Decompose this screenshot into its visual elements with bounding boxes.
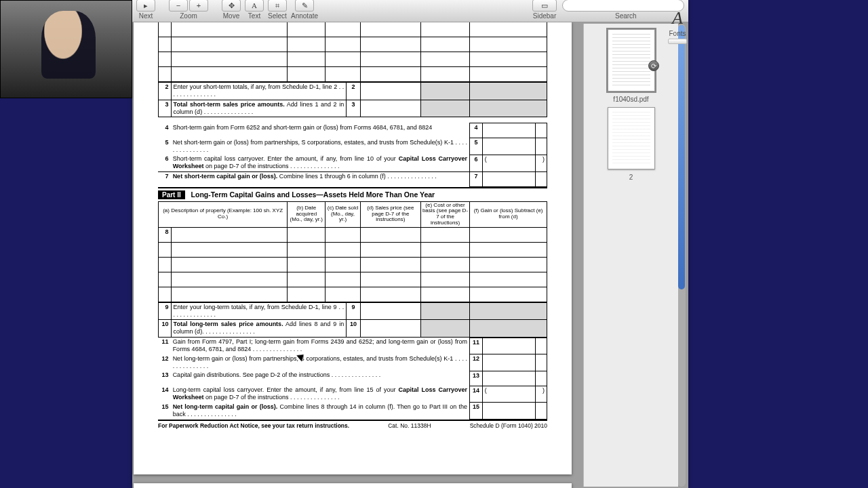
next-group: ▸ Next [136,0,155,20]
col-d: (d) Sales price (see page D-7 of the ins… [360,201,420,227]
annotate-label: Annotate [291,12,318,20]
line-6-text: Short-term capital loss carryover. Enter… [171,155,470,171]
webcam-overlay [0,0,132,98]
next-button[interactable]: ▸ [136,0,155,12]
page-footer: For Paperwork Reduction Act Notice, see … [158,420,547,429]
line-4-text: Short-term gain from Form 6252 and short… [171,123,470,138]
col-a: (a) Description of property (Example: 10… [159,201,288,227]
thumbnail-1-label: f1040sd.pdf [613,96,648,103]
col-c: (c) Date sold (Mo., day, yr.) [326,201,361,227]
line-15-text: Net long-term capital gain or (loss). Co… [171,403,470,420]
annotate-tool-button[interactable]: ✎ [295,0,314,12]
line-11-text: Gain from Form 4797, Part I; long-term g… [171,338,470,354]
scroll-thumb[interactable] [678,25,685,289]
line-5-num: 5 [158,138,171,155]
line-13-text: Capital gain distributions. See page D-2… [171,371,470,386]
line-3-rnum: 3 [347,100,361,117]
line-3-num: 3 [159,100,172,117]
fonts-icon: A [672,8,683,28]
line-12-text: Net long-term gain or (loss) from partne… [171,354,470,371]
line-10-text: Total long-term sales price amounts. Add… [171,320,347,338]
line-2-text: Enter your short-term totals, if any, fr… [171,83,347,100]
sidebar-label: Sidebar [533,12,556,20]
fonts-drawer[interactable]: A Fonts [668,8,687,44]
text-label: Text [248,12,260,20]
zoom-out-button[interactable]: − [169,0,188,12]
move-label: Move [223,12,239,20]
text-tool-button[interactable]: A [245,0,264,12]
col-e: (e) Cost or other basis (see page D-7 of… [420,201,469,227]
zoom-in-button[interactable]: + [189,0,208,12]
select-label: Select [268,12,287,20]
line-4-num: 4 [158,123,171,138]
next-label: Next [139,12,153,20]
col-b: (b) Date acquired (Mo., day, yr.) [288,201,326,227]
fonts-label: Fonts [669,30,686,37]
document-viewport[interactable]: 2 Enter your short-term totals, if any, … [132,22,688,488]
line-14-text: Long-term capital loss carryover. Enter … [171,386,470,403]
vertical-scrollbar[interactable] [677,24,686,487]
zoom-label: Zoom [180,12,197,20]
thumbnail-sidebar: ⟳ f1040sd.pdf 2 [583,24,678,487]
line-7-text: Net short-term capital gain or (loss). C… [171,171,470,186]
move-tool-button[interactable]: ✥ [222,0,241,12]
select-tool-button[interactable]: ⌗ [268,0,287,12]
sync-badge-icon: ⟳ [648,60,659,71]
line-7-num: 7 [158,171,171,186]
page-2: Schedule D (Form 1040) 2010 Page 2 [134,483,572,488]
thumbnail-1[interactable]: ⟳ [608,29,655,92]
page-1: 2 Enter your short-term totals, if any, … [134,22,572,474]
zoom-group: − + Zoom [169,0,208,20]
search-label: Search [615,12,637,20]
search-input[interactable] [562,0,684,12]
thumbnail-2[interactable] [608,107,655,169]
col-f: (f) Gain or (loss) Subtract (e) from (d) [470,201,547,227]
line-3-text: Total short-term sales price amounts. Ad… [171,100,347,117]
part2-header: Part II Long-Term Capital Gains and Loss… [158,187,547,201]
line-9-text: Enter your long-term totals, if any, fro… [171,302,347,320]
pdf-viewer-window: ▸ Next − + Zoom ✥ Move A Text ⌗ Select ✎… [132,0,688,488]
thumbnail-2-label: 2 [629,174,633,181]
fonts-handle[interactable] [668,39,687,44]
sidebar-toggle-button[interactable]: ▭ [532,0,557,12]
line-6-num: 6 [158,155,171,171]
line-2-rnum: 2 [347,83,361,100]
toolbar: ▸ Next − + Zoom ✥ Move A Text ⌗ Select ✎… [132,0,688,22]
line-5-text: Net short-term gain or (loss) from partn… [171,138,470,155]
line-2-num: 2 [159,83,172,100]
